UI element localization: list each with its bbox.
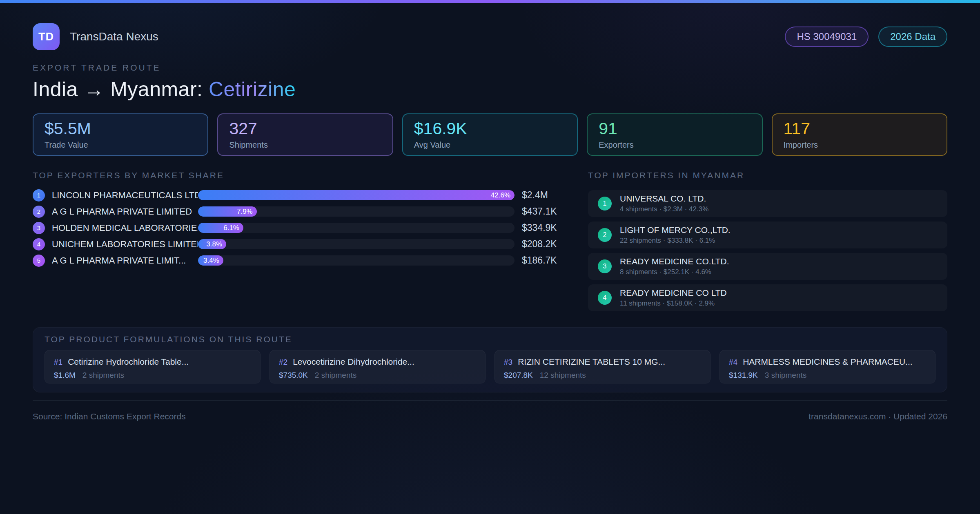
- market-share-bar-fill: 3.4%: [198, 255, 223, 266]
- footer-site: transdatanexus.com · Updated 2026: [808, 412, 947, 421]
- product-shipments: 3 shipments: [765, 371, 806, 380]
- market-share-bar-track: 42.6%: [198, 190, 514, 200]
- product-shipments: 12 shipments: [540, 371, 586, 380]
- dashboard-page: TD TransData Nexus HS 30049031 2026 Data…: [0, 0, 980, 514]
- product-card[interactable]: #4 HARMLESS MEDICINES & PHARMACEU... $13…: [719, 350, 935, 383]
- route-title-text: India → Myanmar:: [33, 78, 203, 101]
- exporters-heading: TOP EXPORTERS BY MARKET SHARE: [33, 171, 564, 180]
- product-card-top: #1 Cetirizine Hydrochloride Table...: [54, 357, 251, 367]
- product-name: RIZIN CETIRIZINE TABLETS 10 MG...: [518, 357, 665, 367]
- stat-card: 327 Shipments: [217, 113, 393, 156]
- exporter-value: $334.9K: [522, 222, 564, 233]
- product-card-top: #4 HARMLESS MEDICINES & PHARMACEU...: [729, 357, 926, 367]
- header-badges: HS 30049031 2026 Data: [785, 27, 947, 47]
- hs-code-badge[interactable]: HS 30049031: [785, 27, 869, 47]
- footer: Source: Indian Customs Export Records tr…: [33, 400, 947, 421]
- stat-label: Trade Value: [45, 140, 196, 150]
- rank-badge: 2: [33, 206, 45, 218]
- exporter-row: 3 HOLDEN MEDICAL LABORATORIE... 6.1% $33…: [33, 223, 564, 233]
- exporter-name: A G L PHARMA PRIVATE LIMITED: [52, 206, 198, 217]
- product-card[interactable]: #3 RIZIN CETIRIZINE TABLETS 10 MG... $20…: [494, 350, 710, 383]
- importer-name: READY MEDICINE CO.LTD.: [620, 257, 729, 266]
- product-shipments: 2 shipments: [82, 371, 124, 380]
- importer-name: LIGHT OF MERCY CO.,LTD.: [620, 225, 731, 235]
- products-panel: TOP PRODUCT FORMULATIONS ON THIS ROUTE #…: [33, 327, 947, 392]
- market-share-bar-fill: 6.1%: [198, 223, 243, 233]
- importer-list-item[interactable]: 4 READY MEDICINE CO LTD 11 shipments · $…: [588, 284, 947, 311]
- top-accent-bar: [0, 0, 980, 3]
- importer-rank-badge: 1: [598, 197, 612, 210]
- app-logo: TD: [33, 23, 60, 50]
- importer-rank-badge: 3: [598, 259, 612, 273]
- importer-rank-badge: 2: [598, 228, 612, 242]
- product-name: HARMLESS MEDICINES & PHARMACEU...: [743, 357, 912, 367]
- exporter-value: $208.2K: [522, 239, 564, 250]
- stat-card: 91 Exporters: [587, 113, 762, 156]
- stat-value: 91: [599, 120, 751, 137]
- product-rank: #3: [504, 358, 512, 367]
- exporters-chart: 1 LINCOLN PHARMACEUTICALS LTD 42.6% $2.4…: [33, 190, 564, 266]
- market-share-bar-fill: 3.8%: [198, 239, 226, 249]
- product-card[interactable]: #1 Cetirizine Hydrochloride Table... $1.…: [45, 350, 261, 383]
- product-title-text: Cetirizine: [209, 78, 296, 101]
- exporter-name: A G L PHARMA PRIVATE LIMIT...: [52, 255, 198, 266]
- rank-badge: 4: [33, 238, 45, 250]
- product-name: Levocetirizine Dihydrochloride...: [293, 357, 414, 367]
- hero: EXPORT TRADE ROUTE India → Myanmar: Ceti…: [0, 63, 980, 101]
- exporter-value: $186.7K: [522, 255, 564, 266]
- market-share-bar-track: 3.8%: [198, 239, 514, 249]
- exporter-name: UNICHEM LABORATORIES LIMITED: [52, 239, 198, 250]
- products-heading: TOP PRODUCT FORMULATIONS ON THIS ROUTE: [45, 335, 935, 344]
- data-year-badge[interactable]: 2026 Data: [878, 27, 947, 47]
- products-grid: #1 Cetirizine Hydrochloride Table... $1.…: [45, 350, 935, 383]
- importer-name: UNIVERSAL CO. LTD.: [620, 194, 708, 204]
- header: TD TransData Nexus HS 30049031 2026 Data: [0, 23, 980, 50]
- product-card-bottom: $735.0K 2 shipments: [279, 371, 476, 380]
- stat-value: $16.9K: [414, 120, 566, 137]
- rank-badge: 1: [33, 189, 45, 202]
- product-card-top: #3 RIZIN CETIRIZINE TABLETS 10 MG...: [504, 357, 701, 367]
- importer-list-item[interactable]: 2 LIGHT OF MERCY CO.,LTD. 22 shipments ·…: [588, 222, 947, 248]
- market-share-bar-track: 3.4%: [198, 255, 514, 266]
- importer-info: UNIVERSAL CO. LTD. 4 shipments · $2.3M ·…: [620, 194, 708, 213]
- product-card-bottom: $207.8K 12 shipments: [504, 371, 701, 380]
- stat-value: 117: [784, 120, 935, 137]
- product-name: Cetirizine Hydrochloride Table...: [68, 357, 189, 367]
- rank-badge: 3: [33, 222, 45, 234]
- stat-card: 117 Importers: [772, 113, 947, 156]
- importer-list-item[interactable]: 1 UNIVERSAL CO. LTD. 4 shipments · $2.3M…: [588, 190, 947, 217]
- importer-info: LIGHT OF MERCY CO.,LTD. 22 shipments · $…: [620, 225, 731, 245]
- exporter-value: $437.1K: [522, 206, 564, 217]
- stat-value: $5.5M: [45, 120, 196, 137]
- page-title: India → Myanmar: Cetirizine: [33, 78, 947, 101]
- product-rank: #1: [54, 358, 62, 367]
- stats-row: $5.5M Trade Value 327 Shipments $16.9K A…: [33, 113, 947, 156]
- stat-label: Importers: [784, 140, 935, 150]
- exporter-name: LINCOLN PHARMACEUTICALS LTD: [52, 190, 198, 201]
- market-share-bar-track: 7.9%: [198, 206, 514, 217]
- importer-info: READY MEDICINE CO LTD 11 shipments · $15…: [620, 288, 727, 308]
- importer-meta: 8 shipments · $252.1K · 4.6%: [620, 268, 729, 276]
- exporter-row: 1 LINCOLN PHARMACEUTICALS LTD 42.6% $2.4…: [33, 190, 564, 200]
- rank-badge: 5: [33, 255, 45, 267]
- stat-card: $16.9K Avg Value: [402, 113, 578, 156]
- importer-name: READY MEDICINE CO LTD: [620, 288, 727, 298]
- product-value: $131.9K: [729, 371, 758, 380]
- exporter-value: $2.4M: [522, 190, 564, 201]
- footer-source: Source: Indian Customs Export Records: [33, 412, 186, 421]
- stat-value: 327: [229, 120, 381, 137]
- importers-section: TOP IMPORTERS IN MYANMAR 1 UNIVERSAL CO.…: [588, 171, 947, 316]
- exporter-row: 2 A G L PHARMA PRIVATE LIMITED 7.9% $437…: [33, 206, 564, 217]
- importer-list-item[interactable]: 3 READY MEDICINE CO.LTD. 8 shipments · $…: [588, 253, 947, 280]
- importer-rank-badge: 4: [598, 291, 612, 305]
- product-card[interactable]: #2 Levocetirizine Dihydrochloride... $73…: [270, 350, 486, 383]
- product-card-bottom: $131.9K 3 shipments: [729, 371, 926, 380]
- brand: TD TransData Nexus: [33, 23, 158, 50]
- market-share-bar-track: 6.1%: [198, 223, 514, 233]
- importer-meta: 11 shipments · $158.0K · 2.9%: [620, 299, 727, 308]
- stat-label: Exporters: [599, 140, 751, 150]
- product-shipments: 2 shipments: [315, 371, 356, 380]
- importers-list: 1 UNIVERSAL CO. LTD. 4 shipments · $2.3M…: [588, 190, 947, 311]
- product-value: $207.8K: [504, 371, 533, 380]
- product-value: $735.0K: [279, 371, 308, 380]
